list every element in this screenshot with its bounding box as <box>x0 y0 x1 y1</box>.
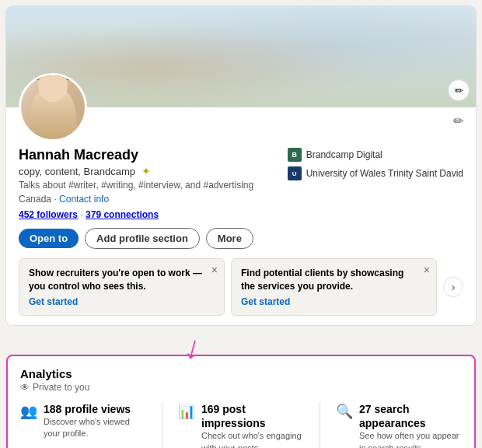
banner-open-to-work: × Show recruiters you're open to work — … <box>19 258 225 316</box>
profile-card: ✏ ✏ Hannah Macready cop <box>6 6 476 325</box>
profile-hashtags: Talks about #writer, #writing, #intervie… <box>19 179 253 192</box>
eye-icon: 👁 <box>20 382 30 393</box>
metric-post-impressions: 📊 169 post impressions Check out who's e… <box>178 402 304 448</box>
add-profile-section-button[interactable]: Add profile section <box>85 228 200 249</box>
profile-location: Canada · Contact info <box>19 194 253 205</box>
banner-find-clients: × Find potential clients by showcasing t… <box>231 258 437 316</box>
name-row: Hannah Macready copy, content, Brandcamp… <box>19 146 463 205</box>
analytics-metrics: 👥 188 profile views Discover who's viewe… <box>20 402 462 448</box>
analytics-card: Analytics 👁 Private to you 👥 188 profile… <box>6 355 476 448</box>
metric-profile-views: 👥 188 profile views Discover who's viewe… <box>20 402 146 448</box>
search-appearances-icon: 🔍 <box>336 403 353 420</box>
education-name: University of Wales Trinity Saint David <box>306 168 463 179</box>
edu-logo: U <box>288 166 302 180</box>
company-logo: B <box>288 148 302 162</box>
profile-title: copy, content, Brandcamp ✦ <box>19 165 253 177</box>
metric-divider-1 <box>162 402 162 448</box>
profile-views-desc: Discover who's viewed your profile. <box>44 416 146 440</box>
contact-info-link[interactable]: Contact info <box>59 194 109 205</box>
open-to-button[interactable]: Open to <box>19 229 79 248</box>
followers-row: 452 followers · 379 connections <box>19 209 463 220</box>
profile-name: Hannah Macready <box>19 146 253 164</box>
search-appearances-desc: See how often you appear in search resul… <box>359 430 462 448</box>
banner-title-2: Find potential clients by showcasing the… <box>241 267 427 293</box>
metric-post-impressions-text: 169 post impressions Check out who's eng… <box>201 402 304 448</box>
banners-next-button[interactable]: › <box>443 277 463 297</box>
banner-close-button-1[interactable]: × <box>211 264 218 276</box>
education-row: U University of Wales Trinity Saint Davi… <box>288 166 463 180</box>
post-impressions-number: 169 post impressions <box>201 402 304 430</box>
banner-close-button-2[interactable]: × <box>424 264 430 276</box>
metric-search-appearances-text: 27 search appearances See how often you … <box>359 402 462 448</box>
edit-profile-button[interactable]: ✏ <box>453 114 463 128</box>
action-buttons: Open to Add profile section More <box>19 228 463 249</box>
metric-search-appearances: 🔍 27 search appearances See how often yo… <box>336 402 462 448</box>
followers-link[interactable]: 452 followers <box>19 209 78 220</box>
post-impressions-desc: Check out who's engaging with your posts… <box>201 430 304 448</box>
profile-section: ✏ Hannah Macready copy, content, Brandca… <box>6 107 476 258</box>
profile-views-icon: 👥 <box>20 403 37 420</box>
name-left: Hannah Macready copy, content, Brandcamp… <box>19 146 253 205</box>
post-impressions-icon: 📊 <box>178 403 195 420</box>
banners-row: × Show recruiters you're open to work — … <box>6 258 476 325</box>
edit-cover-button[interactable]: ✏ <box>448 79 470 101</box>
company-name: Brandcamp Digital <box>306 149 382 160</box>
metric-profile-views-text: 188 profile views Discover who's viewed … <box>44 402 146 440</box>
connections-link[interactable]: 379 connections <box>86 209 159 220</box>
analytics-title: Analytics <box>20 367 462 380</box>
banner-title-1: Show recruiters you're open to work — yo… <box>29 267 215 293</box>
company-row: B Brandcamp Digital <box>288 148 463 162</box>
search-appearances-number: 27 search appearances <box>359 402 462 430</box>
profile-views-number: 188 profile views <box>44 402 146 416</box>
avatar-wrapper <box>19 73 87 142</box>
private-label: Private to you <box>33 382 89 393</box>
edit-cover-icon: ✏ <box>455 85 463 96</box>
more-button[interactable]: More <box>206 228 253 249</box>
analytics-subtitle: 👁 Private to you <box>20 382 462 393</box>
arrow-container: ↓ <box>6 331 476 362</box>
pink-arrow-icon: ↓ <box>181 330 205 366</box>
avatar <box>19 73 87 142</box>
banner-cta-2[interactable]: Get started <box>241 296 290 307</box>
name-right: B Brandcamp Digital U University of Wale… <box>288 146 463 180</box>
gold-star-icon: ✦ <box>141 165 151 177</box>
metric-divider-2 <box>320 402 320 448</box>
banner-cta-1[interactable]: Get started <box>29 296 78 307</box>
